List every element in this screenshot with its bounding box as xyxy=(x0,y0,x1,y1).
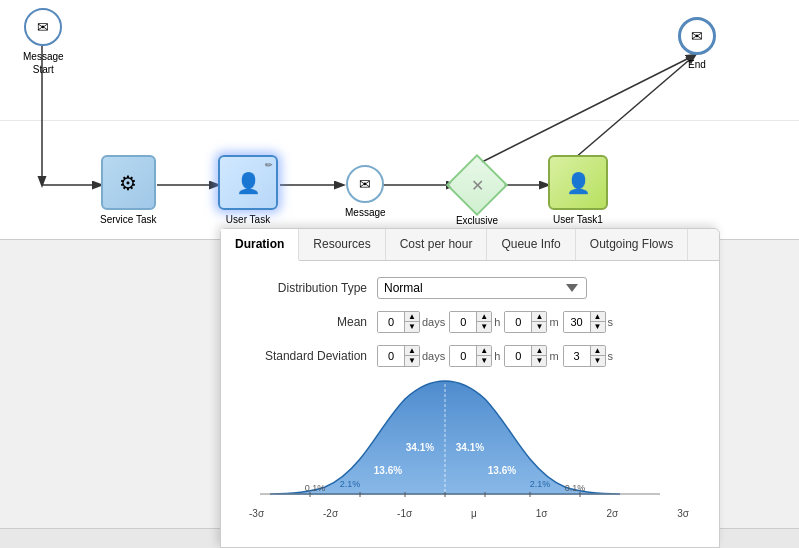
canvas-grid-line xyxy=(0,120,799,121)
std-days-up[interactable]: ▲ xyxy=(405,346,419,356)
person-icon-2: 👤 xyxy=(566,171,591,195)
gateway-shape: ✕ xyxy=(446,154,508,216)
chart-svg: 34.1% 34.1% 13.6% 13.6% 2.1% 2.1% 0.1% 0… xyxy=(237,379,703,509)
mean-h-down[interactable]: ▼ xyxy=(477,322,491,332)
std-h-up[interactable]: ▲ xyxy=(477,346,491,356)
std-days-input[interactable] xyxy=(378,346,404,366)
tab-cost-per-hour[interactable]: Cost per hour xyxy=(386,229,488,260)
message-start-node[interactable]: ✉ MessageStart xyxy=(23,8,64,76)
std-m-down[interactable]: ▼ xyxy=(532,356,546,366)
message-start-shape: ✉ xyxy=(24,8,62,46)
mean-h-spinbox-btns: ▲ ▼ xyxy=(476,312,491,332)
std-s-unit: ▲ ▼ s xyxy=(563,345,614,367)
std-days-spinbox-btns: ▲ ▼ xyxy=(404,346,419,366)
std-s-label: s xyxy=(608,350,614,362)
user-task-shape: 👤 ✏ xyxy=(218,155,278,210)
mean-days-up[interactable]: ▲ xyxy=(405,312,419,322)
svg-text:34.1%: 34.1% xyxy=(406,442,434,453)
std-m-input[interactable] xyxy=(505,346,531,366)
std-h-spinbox-btns: ▲ ▼ xyxy=(476,346,491,366)
message-intermediate-shape: ✉ xyxy=(346,165,384,203)
x-label-pos2sigma: 2σ xyxy=(607,508,619,519)
tab-resources[interactable]: Resources xyxy=(299,229,385,260)
distribution-chart: 34.1% 34.1% 13.6% 13.6% 2.1% 2.1% 0.1% 0… xyxy=(237,379,703,519)
mean-s-up[interactable]: ▲ xyxy=(591,312,605,322)
mean-row: Mean ▲ ▼ days ▲ xyxy=(237,311,703,333)
std-s-spinbox-btns: ▲ ▼ xyxy=(590,346,605,366)
std-days-unit: ▲ ▼ days xyxy=(377,345,445,367)
properties-panel: Duration Resources Cost per hour Queue I… xyxy=(220,228,720,548)
mean-days-input[interactable] xyxy=(378,312,404,332)
message-start-label: MessageStart xyxy=(23,50,64,76)
std-m-unit: ▲ ▼ m xyxy=(504,345,558,367)
std-m-spinbox: ▲ ▼ xyxy=(504,345,547,367)
envelope-icon: ✉ xyxy=(37,19,49,35)
mean-m-spinbox: ▲ ▼ xyxy=(504,311,547,333)
svg-text:0.1%: 0.1% xyxy=(305,483,326,493)
std-h-label: h xyxy=(494,350,500,362)
svg-text:2.1%: 2.1% xyxy=(340,479,361,489)
mean-m-down[interactable]: ▼ xyxy=(532,322,546,332)
svg-text:2.1%: 2.1% xyxy=(530,479,551,489)
svg-text:13.6%: 13.6% xyxy=(374,465,402,476)
std-m-spinbox-btns: ▲ ▼ xyxy=(531,346,546,366)
message-label: Message xyxy=(345,207,386,218)
mean-m-spinbox-btns: ▲ ▼ xyxy=(531,312,546,332)
mean-h-unit: ▲ ▼ h xyxy=(449,311,500,333)
x-label-neg1sigma: -1σ xyxy=(397,508,412,519)
service-task-label: Service Task xyxy=(100,214,157,225)
user-task1-node[interactable]: 👤 User Task1 xyxy=(548,155,608,225)
std-h-input[interactable] xyxy=(450,346,476,366)
x-label-mu: μ xyxy=(471,508,477,519)
mean-label: Mean xyxy=(237,315,367,329)
tab-duration[interactable]: Duration xyxy=(221,229,299,261)
std-days-label: days xyxy=(422,350,445,362)
task-edit-icon: ✏ xyxy=(265,160,273,170)
distribution-type-select[interactable]: Normal Uniform Exponential Fixed xyxy=(377,277,587,299)
service-task-shape: ⚙ xyxy=(101,155,156,210)
std-days-down[interactable]: ▼ xyxy=(405,356,419,366)
mean-m-input[interactable] xyxy=(505,312,531,332)
user-task1-shape: 👤 xyxy=(548,155,608,210)
mean-s-down[interactable]: ▼ xyxy=(591,322,605,332)
mean-h-input[interactable] xyxy=(450,312,476,332)
person-icon: 👤 xyxy=(236,171,261,195)
std-m-label: m xyxy=(549,350,558,362)
user-task-node[interactable]: 👤 ✏ User Task xyxy=(218,155,278,225)
envelope-icon-2: ✉ xyxy=(359,176,371,192)
x-label-pos1sigma: 1σ xyxy=(536,508,548,519)
mean-m-unit: ▲ ▼ m xyxy=(504,311,558,333)
message-intermediate-node[interactable]: ✉ Message xyxy=(345,165,386,218)
std-s-down[interactable]: ▼ xyxy=(591,356,605,366)
std-h-spinbox: ▲ ▼ xyxy=(449,345,492,367)
end-node[interactable]: ✉ End xyxy=(678,17,716,70)
envelope-end-icon: ✉ xyxy=(691,28,703,44)
svg-text:34.1%: 34.1% xyxy=(456,442,484,453)
panel-tabs: Duration Resources Cost per hour Queue I… xyxy=(221,229,719,261)
service-task-node[interactable]: ⚙ Service Task xyxy=(100,155,157,225)
mean-s-input[interactable] xyxy=(564,312,590,332)
std-dev-label: Standard Deviation xyxy=(237,349,367,363)
mean-days-spinbox-btns: ▲ ▼ xyxy=(404,312,419,332)
mean-days-down[interactable]: ▼ xyxy=(405,322,419,332)
std-s-input[interactable] xyxy=(564,346,590,366)
x-label-neg3sigma: -3σ xyxy=(249,508,264,519)
tab-queue-info[interactable]: Queue Info xyxy=(487,229,575,260)
mean-m-up[interactable]: ▲ xyxy=(532,312,546,322)
end-label: End xyxy=(688,59,706,70)
mean-h-spinbox: ▲ ▼ xyxy=(449,311,492,333)
std-s-up[interactable]: ▲ xyxy=(591,346,605,356)
svg-line-6 xyxy=(575,55,695,158)
mean-spinbox-group: ▲ ▼ days ▲ ▼ h xyxy=(377,311,613,333)
user-task1-label: User Task1 xyxy=(553,214,603,225)
std-h-down[interactable]: ▼ xyxy=(477,356,491,366)
mean-h-label: h xyxy=(494,316,500,328)
mean-m-label: m xyxy=(549,316,558,328)
mean-h-up[interactable]: ▲ xyxy=(477,312,491,322)
tab-outgoing-flows[interactable]: Outgoing Flows xyxy=(576,229,688,260)
mean-s-unit: ▲ ▼ s xyxy=(563,311,614,333)
std-m-up[interactable]: ▲ xyxy=(532,346,546,356)
panel-duration-content: Distribution Type Normal Uniform Exponen… xyxy=(221,261,719,535)
mean-days-spinbox: ▲ ▼ xyxy=(377,311,420,333)
svg-line-7 xyxy=(480,55,695,163)
